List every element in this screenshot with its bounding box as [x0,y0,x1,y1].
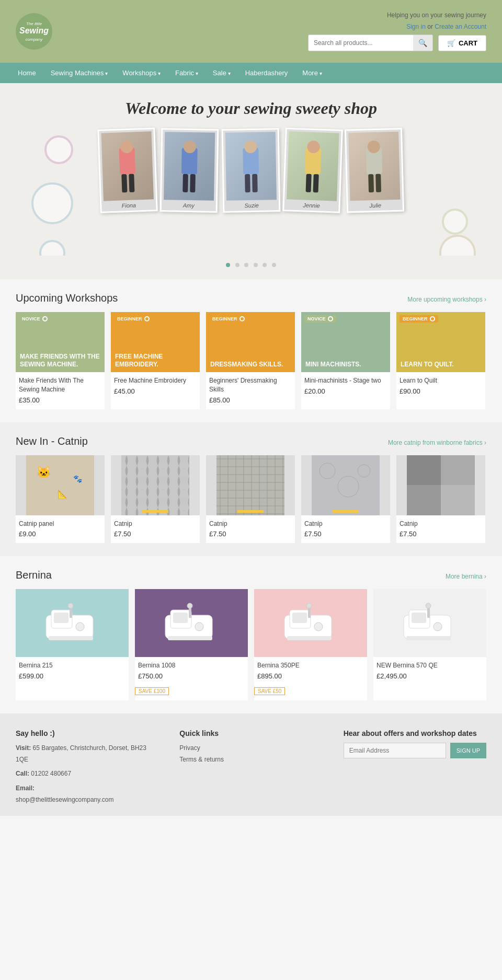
svg-point-56 [187,603,192,608]
bernina-card-0[interactable]: Bernina 215 £599.00 [16,589,129,700]
catnip-more-link[interactable]: More catnip from winborne fabrics › [388,439,486,446]
bernina-name-1: Bernina 1008 [135,657,248,672]
svg-text:🐾: 🐾 [73,475,83,483]
workshop-card-0[interactable]: NOVICE MAKE FRIENDS WITH THE SEWING MACH… [16,312,105,409]
footer-say-hello-title: Say hello :) [16,729,158,737]
dot-6[interactable] [272,263,276,267]
search-button[interactable]: 🔍 [413,35,432,51]
cart-button[interactable]: 🛒 CART [438,35,486,51]
footer-privacy-link[interactable]: Privacy [179,743,322,754]
svg-rect-22 [375,174,381,192]
workshop-card-3[interactable]: NOVICE MINI MACHINISTS. Mini-machinists … [301,312,390,409]
svg-rect-6 [129,174,134,192]
workshop-card-2[interactable]: BEGINNER DRESSMAKING SKILLS. Beginners' … [206,312,295,409]
svg-point-67 [433,622,442,631]
nav-home[interactable]: Home [10,63,43,83]
workshops-more-link[interactable]: More upcoming workshops › [407,296,486,303]
svg-rect-17 [306,174,312,192]
nav-fabric[interactable]: Fabric [168,63,206,83]
svg-point-70 [426,603,431,608]
save-badge-2: SAVE £50 [254,687,285,695]
bernina-title: Bernina [16,569,52,581]
svg-rect-39 [407,455,441,485]
newsletter-email-input[interactable] [344,743,446,758]
workshop-badge-0: NOVICE [19,315,51,322]
svg-point-60 [314,622,323,631]
newsletter-signup-button[interactable]: SIGN UP [450,743,486,758]
catnip-card-1[interactable]: Catnip £7.50 [111,455,200,544]
svg-rect-45 [54,613,69,623]
svg-rect-61 [287,636,332,640]
svg-text:company: company [26,37,43,42]
footer-email-link[interactable]: shop@thelittlesewingcompany.com [16,794,158,806]
svg-rect-5 [121,174,127,192]
search-input[interactable] [309,36,413,50]
search-box[interactable]: 🔍 [308,34,433,51]
catnip-card-4[interactable]: Catnip £7.50 [396,455,485,544]
bernina-grid: Bernina 215 £599.00 Bernina 1008 £750.00… [16,589,486,700]
svg-rect-40 [441,455,475,485]
svg-rect-52 [173,613,188,623]
bernina-card-1[interactable]: Bernina 1008 £750.00 SAVE £100 [135,589,248,700]
create-account-link[interactable]: Create an Account [435,23,486,30]
svg-rect-48 [70,607,72,618]
catnip-name-2: Catnip [206,515,295,531]
catnip-card-0[interactable]: 🐱📐🐾 Catnip panel £9.00 [16,455,105,544]
hero-title: Welcome to your sewing sweety shop [21,99,481,118]
workshop-price-2: £85.00 [206,396,295,409]
carousel-dots[interactable] [0,256,502,279]
footer-quick-links-title: Quick links [179,729,322,737]
nav-more[interactable]: More [295,63,329,83]
bernina-name-2: Bernina 350PE [254,657,367,672]
svg-rect-29 [142,510,168,513]
bernina-card-3[interactable]: NEW Bernina 570 QE £2,495.00 [373,589,486,700]
bernina-more-link[interactable]: More bernina › [446,573,486,580]
nav-workshops[interactable]: Workshops [115,63,168,83]
catnip-header: New In - Catnip More catnip from winborn… [16,435,486,447]
catnip-price-2: £7.50 [206,530,295,543]
sign-in-link[interactable]: Sign in [406,23,426,30]
footer-quick-links: Quick links Privacy Terms & returns [179,729,322,805]
workshop-card-4[interactable]: BEGINNER LEARN TO QUILT. Learn to Quilt … [396,312,485,409]
workshop-card-1[interactable]: BEGINNER FREE MACHINE EMBROIDERY. Free M… [111,312,200,409]
nav-sewing-machines[interactable]: Sewing Machines [43,63,116,83]
dot-2[interactable] [235,263,239,267]
svg-text:🐱: 🐱 [37,465,51,479]
svg-rect-59 [292,613,307,623]
main-nav: Home Sewing Machines Workshops Fabric Sa… [0,63,502,83]
svg-point-53 [195,622,203,631]
catnip-card-2[interactable]: Catnip £7.50 [206,455,295,544]
bernina-card-2[interactable]: Bernina 350PE £895.00 SAVE £50 [254,589,367,700]
catnip-grid: 🐱📐🐾 Catnip panel £9.00 Catnip £7.50 Catn… [16,455,486,544]
bernina-section: Bernina More bernina › Bernina 215 £599.… [0,556,502,713]
footer-email: Email: [16,783,158,794]
cart-label: CART [459,39,477,47]
svg-rect-21 [368,174,374,192]
workshop-name-2: Beginners' Dressmaking Skills [206,372,295,396]
search-cart-area: 🔍 🛒 CART [308,34,486,51]
dot-3[interactable] [244,263,248,267]
footer-terms-link[interactable]: Terms & returns [179,754,322,766]
workshop-name-1: Free Machine Embroidery [111,372,200,387]
nav-haberdashery[interactable]: Haberdashery [238,63,295,83]
bernina-header: Bernina More bernina › [16,569,486,581]
person-jennie-label: Jennie [284,201,338,210]
svg-rect-66 [412,613,426,623]
header-right: Helping you on your sewing journey Sign … [308,11,486,51]
dot-4[interactable] [254,263,258,267]
dot-5[interactable] [263,263,267,267]
svg-rect-69 [427,607,430,618]
nav-sale[interactable]: Sale [206,63,238,83]
dot-1[interactable] [226,263,230,267]
footer-call: Call: 01202 480667 [16,768,158,780]
catnip-name-4: Catnip [396,515,485,531]
logo[interactable]: The little Sewing company [16,13,56,50]
workshops-grid: NOVICE MAKE FRIENDS WITH THE SEWING MACH… [16,312,486,409]
tagline: Helping you on your sewing journey [387,11,486,19]
svg-rect-9 [182,174,188,192]
catnip-card-3[interactable]: Catnip £7.50 [301,455,390,544]
catnip-price-4: £7.50 [396,530,485,543]
hero-photo-suzie: Suzie [222,128,281,213]
svg-rect-62 [308,607,311,618]
svg-text:Sewing: Sewing [19,26,49,35]
